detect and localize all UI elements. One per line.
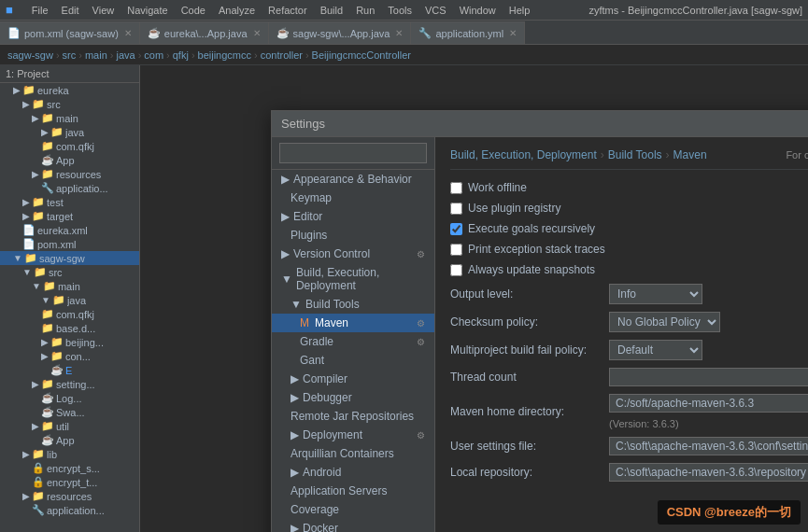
tree-item-util[interactable]: ▶📁util xyxy=(0,419,139,433)
tree-item-resources1[interactable]: ▶📁resources xyxy=(0,167,139,181)
plugin-registry-checkbox[interactable] xyxy=(450,203,462,215)
bc-build-tools[interactable]: Build Tools xyxy=(608,148,662,161)
tree-item-based[interactable]: 📁base.d... xyxy=(0,321,139,335)
thread-count-label: Thread count xyxy=(450,371,609,384)
snav-debugger[interactable]: ▶ Debugger xyxy=(272,388,434,407)
work-offline-checkbox[interactable] xyxy=(450,182,462,194)
bc-maven[interactable]: Maven xyxy=(673,148,707,161)
app-icon: ■ xyxy=(6,3,13,17)
menu-help[interactable]: Help xyxy=(503,3,536,18)
tree-item-src2[interactable]: ▼📁src xyxy=(0,265,139,279)
menu-navigate[interactable]: Navigate xyxy=(121,3,173,18)
output-level-select[interactable]: Info Debug Error xyxy=(609,284,702,304)
menu-view[interactable]: View xyxy=(87,3,120,18)
snav-remote-jar[interactable]: Remote Jar Repositories xyxy=(272,407,434,426)
snav-docker[interactable]: ▶ Docker xyxy=(272,519,434,532)
menu-analyze[interactable]: Analyze xyxy=(213,3,261,18)
menu-window[interactable]: Window xyxy=(454,3,502,18)
snav-gant[interactable]: Gant xyxy=(272,351,434,370)
tab-pom-xml[interactable]: 📄 pom.xml (sagw-saw) ✕ xyxy=(0,21,140,44)
snav-build-tools[interactable]: ▼ Build Tools xyxy=(272,295,434,314)
menu-file[interactable]: File xyxy=(26,3,54,18)
tree-item-target1[interactable]: ▶📁target xyxy=(0,209,139,223)
tree-item-java2[interactable]: ▼📁java xyxy=(0,293,139,307)
print-exception-checkbox[interactable] xyxy=(450,244,462,256)
tree-item-com1[interactable]: 📁com.qfkj xyxy=(0,139,139,153)
tree-item-com2[interactable]: 📁com.qfkj xyxy=(0,307,139,321)
menu-run[interactable]: Run xyxy=(350,3,380,18)
tree-item-main1[interactable]: ▶📁main xyxy=(0,111,139,125)
bc-qfkj[interactable]: qfkj xyxy=(173,49,189,61)
tree-item-resources2[interactable]: ▶📁resources xyxy=(0,489,139,503)
tree-item-beijing[interactable]: ▶📁beijing... xyxy=(0,335,139,349)
tree-item-application2[interactable]: 🔧application... xyxy=(0,503,139,517)
close-icon[interactable]: ✕ xyxy=(253,28,261,38)
snav-vcs[interactable]: ▶ Version Control ⚙ xyxy=(272,245,434,263)
menu-code[interactable]: Code xyxy=(176,3,211,18)
tree-item-test1[interactable]: ▶📁test xyxy=(0,195,139,209)
snav-maven[interactable]: M Maven ⚙ xyxy=(272,314,434,332)
close-icon[interactable]: ✕ xyxy=(124,28,132,38)
snav-compiler[interactable]: ▶ Compiler xyxy=(272,370,434,388)
tree-item-app2[interactable]: ☕App xyxy=(0,433,139,447)
snav-coverage[interactable]: Coverage xyxy=(272,500,434,519)
bc-java[interactable]: java xyxy=(116,49,135,61)
bc-classname[interactable]: BeijingcmccController xyxy=(312,49,411,61)
tree-item-java1[interactable]: ▶📁java xyxy=(0,125,139,139)
bc-controller[interactable]: controller xyxy=(261,49,303,61)
bc-beijingcmcc[interactable]: beijingcmcc xyxy=(198,49,251,61)
snav-appearance[interactable]: ▶ Appearance & Behavior xyxy=(272,170,434,189)
settings-search-input[interactable] xyxy=(279,143,427,163)
menu-bar[interactable]: File Edit View Navigate Code Analyze Ref… xyxy=(26,3,536,18)
tree-item-eureka[interactable]: ▶📁eureka xyxy=(0,83,139,97)
tree-item-enc2[interactable]: 🔒encrypt_t... xyxy=(0,475,139,489)
snav-arrow-deployment: ▶ xyxy=(291,428,299,441)
menu-edit[interactable]: Edit xyxy=(56,3,85,18)
tree-item-pom-xml1[interactable]: 📄pom.xml xyxy=(0,237,139,251)
tree-item-setting[interactable]: ▶📁setting... xyxy=(0,377,139,391)
user-settings-input[interactable] xyxy=(609,437,808,455)
snav-gradle[interactable]: Gradle ⚙ xyxy=(272,332,434,351)
tree-item-application1[interactable]: 🔧applicatio... xyxy=(0,181,139,195)
tab-sagw-app[interactable]: ☕ sagw-sgw\...App.java ✕ xyxy=(269,21,412,44)
local-repo-input[interactable] xyxy=(609,463,808,482)
snav-android[interactable]: ▶ Android xyxy=(272,463,434,482)
tab-application-yml[interactable]: 🔧 application.yml ✕ xyxy=(411,21,525,44)
tree-item-con[interactable]: ▶📁con... xyxy=(0,349,139,363)
bc-sagw[interactable]: sagw-sgw xyxy=(7,49,53,61)
tree-item-src1[interactable]: ▶📁src xyxy=(0,97,139,111)
snav-build-exec[interactable]: ▼ Build, Execution, Deployment xyxy=(272,263,434,295)
tree-item-sagw[interactable]: ▼📁sagw-sgw xyxy=(0,251,139,265)
tree-item-log[interactable]: ☕Log... xyxy=(0,391,139,405)
checksum-policy-select[interactable]: No Global Policy Strict Warn Ignore xyxy=(609,312,720,332)
thread-count-input[interactable] xyxy=(609,368,808,386)
close-icon[interactable]: ✕ xyxy=(395,28,403,38)
snav-app-servers[interactable]: Application Servers xyxy=(272,482,434,500)
tree-item-enc1[interactable]: 🔒encrypt_s... xyxy=(0,461,139,475)
maven-home-input[interactable] xyxy=(609,394,808,413)
bc-build-exec[interactable]: Build, Execution, Deployment xyxy=(450,148,597,161)
tree-item-eureka-xml[interactable]: 📄eureka.xml xyxy=(0,223,139,237)
tab-eureka-app[interactable]: ☕ eureka\...App.java ✕ xyxy=(140,21,269,44)
menu-vcs[interactable]: VCS xyxy=(419,3,452,18)
tree-item-lib[interactable]: ▶📁lib xyxy=(0,447,139,461)
tree-item-e[interactable]: ☕E xyxy=(0,363,139,377)
snav-editor[interactable]: ▶ Editor xyxy=(272,207,434,226)
multiproject-policy-select[interactable]: Default At End Never Fail Fast xyxy=(609,340,702,360)
bc-src[interactable]: src xyxy=(63,49,77,61)
bc-com[interactable]: com xyxy=(144,49,163,61)
close-icon[interactable]: ✕ xyxy=(509,28,517,38)
snav-plugins[interactable]: Plugins xyxy=(272,226,434,245)
tree-item-swa[interactable]: ☕Swa... xyxy=(0,405,139,419)
always-update-checkbox[interactable] xyxy=(450,264,462,276)
tree-item-app1[interactable]: ☕App xyxy=(0,153,139,167)
snav-arquillian[interactable]: Arquillian Containers xyxy=(272,444,434,463)
snav-deployment[interactable]: ▶ Deployment ⚙ xyxy=(272,426,434,444)
tree-item-main2[interactable]: ▼📁main xyxy=(0,279,139,293)
bc-main[interactable]: main xyxy=(85,49,107,61)
menu-build[interactable]: Build xyxy=(315,3,348,18)
execute-goals-checkbox[interactable] xyxy=(450,223,462,235)
menu-refactor[interactable]: Refactor xyxy=(262,3,313,18)
snav-keymap[interactable]: Keymap xyxy=(272,189,434,207)
menu-tools[interactable]: Tools xyxy=(382,3,418,18)
